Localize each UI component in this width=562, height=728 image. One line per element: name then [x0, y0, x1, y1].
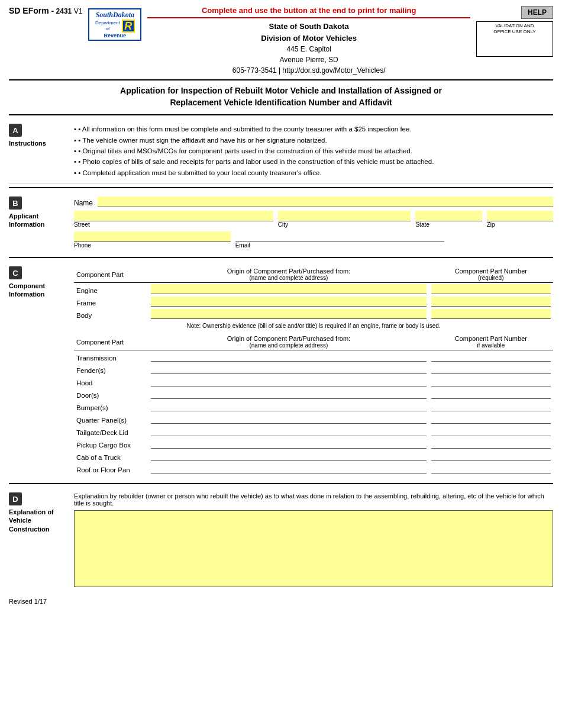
state-input[interactable] [415, 211, 482, 221]
part-door: Door(s) [74, 388, 148, 400]
engine-origin-input[interactable] [151, 284, 426, 294]
section-b-title: Applicant Information [9, 212, 45, 229]
instructions-list: • All information on this form must be c… [74, 124, 553, 178]
help-button[interactable]: HELP [521, 6, 553, 19]
instruction-4: • Photo copies of bills of sale and rece… [74, 156, 553, 167]
body-origin-input[interactable] [151, 309, 426, 319]
agency-line2: Division of Motor Vehicles [147, 33, 470, 44]
logo-r: R [122, 20, 135, 33]
part-hood: Hood [74, 375, 148, 388]
hood-number-input[interactable] [431, 376, 551, 386]
section-d-title: Explanation of Vehicle Construction [9, 508, 54, 533]
email-label: Email [235, 242, 444, 249]
table-row: Tailgate/Deck Lid [74, 425, 553, 437]
agency-line3: 445 E. Capitol [147, 44, 470, 54]
section-c-divider [9, 483, 553, 484]
tailgate-origin-input[interactable] [151, 426, 426, 436]
logo-dept-text: Departmentof [95, 20, 120, 31]
form-title: Application for Inspection of Rebuilt Mo… [9, 85, 553, 108]
zip-label: Zip [487, 221, 553, 228]
section-c: C Component Information Component Part O… [9, 262, 553, 479]
street-label: Street [74, 221, 273, 228]
frame-number-input[interactable] [431, 297, 551, 307]
part-engine: Engine [74, 283, 148, 296]
explanation-description: Explanation by rebuilder (owner or perso… [74, 492, 553, 507]
table-row: Door(s) [74, 388, 553, 400]
roof-number-input[interactable] [431, 463, 551, 473]
logo-south-dakota: SouthDakota [96, 11, 134, 20]
city-input[interactable] [278, 211, 411, 221]
tailgate-number-input[interactable] [431, 426, 551, 436]
section-a: A Instructions • All information on this… [9, 119, 553, 183]
section-c-title: Component Information [9, 282, 45, 299]
bumper-origin-input[interactable] [151, 401, 426, 411]
door-origin-input[interactable] [151, 389, 426, 399]
pickup-cargo-number-input[interactable] [431, 439, 551, 449]
section-a-badge: A [9, 124, 22, 137]
transmission-number-input[interactable] [431, 352, 551, 362]
logo-revenue: Revenue [104, 33, 127, 38]
section-d-content: Explanation by rebuilder (owner or perso… [74, 492, 553, 587]
fender-number-input[interactable] [431, 364, 551, 374]
component-table-1: Component Part Origin of Component Part/… [74, 266, 553, 331]
cab-origin-input[interactable] [151, 451, 426, 461]
part-roof: Roof or Floor Pan [74, 462, 148, 475]
phone-input[interactable] [74, 231, 231, 242]
form-version: V1 [74, 7, 83, 15]
table-row: Body [74, 308, 553, 320]
section-d: D Explanation of Vehicle Construction Ex… [9, 488, 553, 592]
bumper-number-input[interactable] [431, 401, 551, 411]
table-row: Pickup Cargo Box [74, 437, 553, 450]
quarter-panel-number-input[interactable] [431, 414, 551, 424]
instruction-2: • The vehicle owner must sign the affida… [74, 135, 553, 146]
frame-origin-input[interactable] [151, 297, 426, 307]
component-table-2: Component Part Origin of Component Part/… [74, 334, 553, 475]
col3-header-1: Component Part Number (required) [429, 266, 553, 283]
fender-origin-input[interactable] [151, 364, 426, 374]
title-divider [9, 114, 553, 115]
form-id-label: SD EForm - [9, 6, 54, 15]
instruction-3: • Original titles and MSOs/MCOs for comp… [74, 146, 553, 156]
table1-note: Note: Ownership evidence (bill of sale a… [74, 320, 553, 331]
col1-header-1: Component Part [74, 266, 148, 283]
email-input[interactable] [235, 231, 444, 242]
table-row: Fender(s) [74, 363, 553, 375]
form-number: 2431 [56, 7, 72, 15]
body-number-input[interactable] [431, 309, 551, 319]
part-transmission: Transmission [74, 350, 148, 363]
section-b-divider [9, 257, 553, 258]
cab-number-input[interactable] [431, 451, 551, 461]
city-label: City [278, 221, 411, 228]
revised-text: Revised 1/17 [9, 598, 47, 605]
col1-header-2: Component Part [74, 334, 148, 350]
section-d-badge: D [9, 492, 22, 505]
instruction-5: • Completed application must be submitte… [74, 167, 553, 178]
door-number-input[interactable] [431, 389, 551, 399]
name-input[interactable] [98, 197, 553, 207]
table-row: Transmission [74, 350, 553, 363]
header-center: Complete and use the button at the end t… [141, 6, 476, 76]
section-c-badge: C [9, 266, 22, 279]
engine-number-input[interactable] [431, 284, 551, 294]
explanation-textarea[interactable] [74, 510, 553, 587]
instruction-1: • All information on this form must be c… [74, 124, 553, 134]
table-row: Bumper(s) [74, 400, 553, 413]
col3-header-2: Component Part Number if available [429, 334, 553, 350]
table-row: Quarter Panel(s) [74, 413, 553, 425]
part-body: Body [74, 308, 148, 320]
agency-line5: 605-773-3541 | http://dor.sd.gov/Motor_V… [147, 65, 470, 76]
part-frame: Frame [74, 295, 148, 308]
street-input[interactable] [74, 211, 273, 221]
col2-header-2: Origin of Component Part/Purchased from:… [148, 334, 428, 350]
section-b-content: Name Street City State [74, 197, 553, 249]
transmission-origin-input[interactable] [151, 352, 426, 362]
hood-origin-input[interactable] [151, 376, 426, 386]
table-row: Roof or Floor Pan [74, 462, 553, 475]
pickup-cargo-origin-input[interactable] [151, 439, 426, 449]
state-label: State [415, 221, 482, 228]
roof-origin-input[interactable] [151, 463, 426, 473]
zip-input[interactable] [487, 211, 553, 221]
red-instruction: Complete and use the button at the end t… [147, 6, 470, 15]
validation-text: VALIDATION ANDOFFICE USE ONLY [493, 23, 535, 36]
quarter-panel-origin-input[interactable] [151, 414, 426, 424]
